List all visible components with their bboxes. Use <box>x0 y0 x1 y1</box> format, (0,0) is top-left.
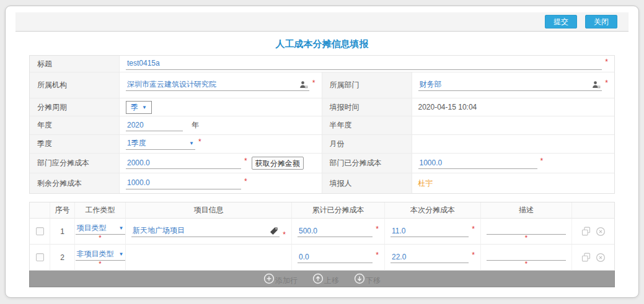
cell-dept: 财务部 * <box>412 72 615 98</box>
description-input[interactable] <box>487 249 566 261</box>
page-title: 人工成本分摊信息填报 <box>6 38 638 51</box>
table-row-1-current-cell: 11.0 * <box>385 219 481 245</box>
remove-row-icon[interactable] <box>596 227 606 237</box>
work-type-value: 项目类型 <box>77 223 107 233</box>
cell-half-year <box>412 116 615 135</box>
add-row-button[interactable]: 添加行 <box>263 273 298 284</box>
current-cost-value: 22.0 <box>392 253 406 261</box>
org-input[interactable]: 深圳市蓝云建筑设计研究院 <box>126 79 309 91</box>
label-period: 分摊周期 <box>30 98 120 116</box>
row-select-checkbox[interactable] <box>36 227 44 235</box>
main-form: 标题 test0415a * 所属机构 深圳市蓝云建筑设计研究院 * 所属部门 … <box>29 55 615 194</box>
current-cost-input[interactable]: 22.0 <box>390 251 469 263</box>
project-input[interactable]: 新天地广场项目 <box>131 225 280 237</box>
header-current-cost: 本次分摊成本 <box>385 202 481 219</box>
accumulated-cost-value: 0.0 <box>299 253 309 261</box>
table-row-2-work-type-cell: 非项目类型 ▼ * <box>75 245 126 271</box>
required-mark: * <box>525 262 527 266</box>
period-select[interactable]: 季 ▼ <box>126 101 152 114</box>
chevron-down-icon: ▼ <box>142 105 147 110</box>
cell-quarter: 1季度 ▼ * <box>120 135 322 154</box>
label-month: 月份 <box>322 135 412 154</box>
table-row-1-project-cell: 新天地广场项目 * <box>126 219 292 245</box>
table-row-1-accumulated-cell: 500.0 * <box>292 219 385 245</box>
label-quarter: 季度 <box>30 135 120 154</box>
cell-cost-allocated: 1000.0 * <box>412 154 615 173</box>
required-mark: * <box>376 251 379 259</box>
label-cost-remaining: 剩余分摊成本 <box>30 173 120 193</box>
year-input[interactable]: 2020 <box>126 119 183 131</box>
table-row-2-no: 2 <box>50 245 75 271</box>
table-row-1-work-type-cell: 项目类型 ▼ * <box>75 219 126 245</box>
cost-remaining-value: 1000.0 <box>127 178 150 187</box>
accumulated-cost-input[interactable]: 0.0 <box>298 251 373 263</box>
current-cost-input[interactable]: 11.0 <box>390 225 469 237</box>
cost-remaining-input[interactable]: 1000.0 <box>126 178 241 189</box>
row-select-checkbox[interactable] <box>36 253 44 261</box>
required-mark: * <box>605 58 608 66</box>
cell-reporter: 杜宇 <box>412 173 615 193</box>
required-mark: * <box>198 137 201 146</box>
tag-icon[interactable] <box>270 227 278 235</box>
table-row-2-actions-cell <box>572 245 614 271</box>
copy-row-icon[interactable] <box>581 253 591 262</box>
remove-row-icon[interactable] <box>596 253 606 263</box>
cost-due-input[interactable]: 2000.0 <box>126 157 241 169</box>
label-fill-time: 填报时间 <box>322 98 412 116</box>
table-row-2-description-cell: * <box>481 245 572 271</box>
toolbar: 提交 关闭 <box>15 12 629 32</box>
title-value: test0415a <box>127 59 160 67</box>
required-mark: * <box>605 79 608 87</box>
year-value: 2020 <box>127 121 144 129</box>
close-button[interactable]: 关闭 <box>585 15 617 28</box>
cost-allocated-value: 1000.0 <box>420 159 443 167</box>
arrow-up-circle-icon <box>312 273 324 284</box>
chevron-down-icon: ▼ <box>189 141 194 146</box>
cell-cost-remaining: 1000.0 * <box>120 173 322 193</box>
move-down-button[interactable]: 下移 <box>354 273 381 284</box>
description-input[interactable] <box>487 223 566 235</box>
label-half-year: 半年度 <box>322 116 412 135</box>
cell-cost-due: 2000.0 * 获取分摊金额 <box>120 154 322 173</box>
cell-period: 季 ▼ <box>120 98 322 116</box>
cell-month <box>412 135 615 154</box>
select-user-icon[interactable] <box>592 80 601 89</box>
required-mark: * <box>283 230 286 239</box>
work-type-select[interactable]: 项目类型 ▼ <box>76 223 125 235</box>
work-type-value: 非项目类型 <box>77 249 114 259</box>
chevron-down-icon: ▼ <box>119 225 124 231</box>
quarter-select[interactable]: 1季度 ▼ <box>126 138 195 150</box>
work-type-select[interactable]: 非项目类型 ▼ <box>76 249 125 261</box>
chevron-down-icon: ▼ <box>119 251 124 257</box>
label-dept: 所属部门 <box>322 72 412 98</box>
add-row-label: 添加行 <box>275 276 298 286</box>
table-row-1-no: 1 <box>50 219 75 245</box>
table-row-2-accumulated-cell: 0.0 * <box>292 245 385 271</box>
header-actions-col <box>572 202 614 219</box>
header-project-info: 项目信息 <box>126 202 292 219</box>
select-user-icon[interactable] <box>299 80 308 89</box>
header-accumulated-cost: 累计已分摊成本 <box>292 202 385 219</box>
table-row-1-actions-cell <box>572 219 614 245</box>
cost-allocated-input[interactable]: 1000.0 <box>418 157 537 169</box>
reporter-value: 杜宇 <box>418 178 433 189</box>
period-value: 季 <box>131 102 138 113</box>
header-no: 序号 <box>50 202 75 219</box>
table-row-1-checkbox-cell <box>30 219 50 245</box>
cell-title: test0415a * <box>120 56 614 72</box>
table-row-1-description-cell: * <box>481 219 572 245</box>
dept-input[interactable]: 财务部 <box>418 79 602 91</box>
move-down-label: 下移 <box>366 276 381 286</box>
cost-due-value: 2000.0 <box>127 159 150 167</box>
submit-button[interactable]: 提交 <box>545 15 577 28</box>
title-input[interactable]: test0415a <box>126 58 602 70</box>
project-value: 新天地广场项目 <box>133 225 185 236</box>
copy-row-icon[interactable] <box>581 227 591 236</box>
current-cost-value: 11.0 <box>392 227 405 235</box>
fetch-allocation-button[interactable]: 获取分摊金额 <box>252 157 304 170</box>
move-up-button[interactable]: 上移 <box>312 273 339 284</box>
year-suffix: 年 <box>192 120 199 131</box>
accumulated-cost-input[interactable]: 500.0 <box>298 225 373 237</box>
required-mark: * <box>99 262 101 266</box>
required-mark: * <box>312 79 315 87</box>
